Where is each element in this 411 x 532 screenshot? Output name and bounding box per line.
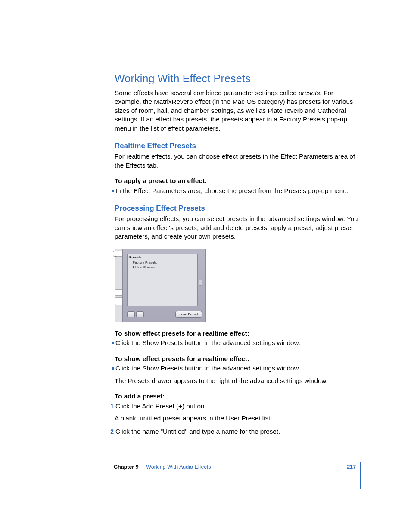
remove-preset-button[interactable]: − [136,311,144,317]
add-preset-button[interactable]: + [127,311,135,317]
add-step-1-text: Click the Add Preset (+) button. [115,402,358,411]
footer-chapter: Chapter 9 [114,464,139,470]
list-item[interactable]: User Presets [129,265,196,270]
scroll-handle[interactable] [199,280,202,286]
step-number-2: 2 [108,428,115,436]
footer-rule [360,462,361,489]
processing-heading: Processing Effect Presets [115,204,358,214]
intro-paragraph: Some effects have several combined param… [115,89,358,133]
presets-panel-screenshot: c Presets Factory Presets User Presets +… [115,249,206,322]
intro-pre: Some effects have several combined param… [115,89,299,96]
realtime-body: For realtime effects, you can choose eff… [115,152,358,170]
bullet-icon [108,187,115,196]
bullet-icon [108,364,115,373]
footer-page-number: 217 [347,464,359,471]
list-item[interactable]: Factory Presets [129,261,196,265]
show2-bullet-row: Click the Show Presets button in the adv… [115,364,358,373]
show1-bullet-text: Click the Show Presets button in the adv… [115,339,358,348]
page-title: Working With Effect Presets [115,72,358,86]
show2-followup: The Presets drawer appears to the right … [115,376,358,386]
document-page: Working With Effect Presets Some effects… [0,0,411,532]
add-followup: A blank, untitled preset appears in the … [115,414,358,423]
presets-list[interactable]: Presets Factory Presets User Presets [127,254,198,306]
show2-bullet-text: Click the Show Presets button in the adv… [115,364,358,373]
content-column: Working With Effect Presets Some effects… [115,72,358,437]
left-tab-label: c [113,255,117,258]
page-footer: Chapter 9 Working With Audio Effects 217 [114,464,359,472]
apply-bullet-row: In the Effect Parameters area, choose th… [115,187,358,196]
show1-bullet-row: Click the Show Presets button in the adv… [115,339,358,348]
footer-chapter-title: Working With Audio Effects [146,464,211,470]
add-step-2-row: 2 Click the name "Untitled" and type a n… [115,427,358,436]
left-tab-3 [115,297,122,305]
apply-heading: To apply a preset to an effect: [115,177,358,186]
add-heading: To add a preset: [115,392,358,401]
button-row: + − Load Preset [127,311,202,318]
list-item-label: User Presets [135,265,155,269]
show2-heading: To show effect presets for a realtime ef… [115,355,358,364]
presets-panel: Presets Factory Presets User Presets + −… [122,249,206,322]
presets-list-header: Presets [129,255,196,260]
left-tab-1: c [113,251,122,257]
apply-bullet-text: In the Effect Parameters area, choose th… [115,187,358,196]
intro-em: presets. [299,89,322,96]
step-number-1: 1 [108,402,115,411]
show1-heading: To show effect presets for a realtime ef… [115,329,358,338]
add-step-1-row: 1 Click the Add Preset (+) button. [115,402,358,411]
bullet-icon [108,339,115,348]
add-step-2-text: Click the name "Untitled" and type a nam… [115,427,358,436]
left-strip: c [115,249,123,322]
load-preset-button[interactable]: Load Preset [175,311,202,318]
disclosure-triangle-icon[interactable] [133,266,134,268]
left-tab-2 [115,289,122,296]
processing-body: For processing effects, you can select p… [115,215,358,241]
realtime-heading: Realtime Effect Presets [115,141,358,151]
